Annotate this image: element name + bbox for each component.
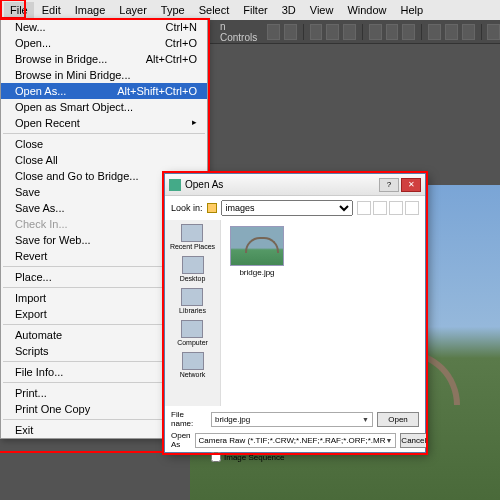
- back-icon[interactable]: [357, 201, 371, 215]
- separator: [481, 24, 482, 40]
- menu-edit[interactable]: Edit: [36, 2, 67, 18]
- place-icon: [181, 224, 203, 242]
- file-list[interactable]: bridge.jpg: [221, 220, 425, 406]
- align-icon[interactable]: [310, 24, 323, 40]
- distribute-icon[interactable]: [487, 24, 500, 40]
- menu-window[interactable]: Window: [341, 2, 392, 18]
- place-icon: [181, 288, 203, 306]
- menu-item[interactable]: Open Recent: [1, 115, 207, 131]
- file-label: bridge.jpg: [239, 268, 274, 277]
- menu-item[interactable]: Close All: [1, 152, 207, 168]
- menu-item[interactable]: Open as Smart Object...: [1, 99, 207, 115]
- place-item[interactable]: Desktop: [180, 256, 206, 282]
- menu-help[interactable]: Help: [395, 2, 430, 18]
- newfolder-icon[interactable]: [389, 201, 403, 215]
- place-item[interactable]: Computer: [177, 320, 208, 346]
- dialog-titlebar: Open As ? ✕: [165, 174, 425, 196]
- filename-field[interactable]: bridge.jpg▼: [211, 412, 373, 427]
- places-bar: Recent PlacesDesktopLibrariesComputerNet…: [165, 220, 221, 406]
- place-icon: [181, 320, 203, 338]
- align-icon[interactable]: [402, 24, 415, 40]
- menu-item[interactable]: New...Ctrl+N: [1, 19, 207, 35]
- distribute-icon[interactable]: [462, 24, 475, 40]
- cancel-button[interactable]: Cancel: [400, 433, 427, 448]
- place-item[interactable]: Recent Places: [170, 224, 215, 250]
- openas-field[interactable]: Camera Raw (*.TIF;*.CRW;*.NEF;*.RAF;*.OR…: [195, 433, 397, 448]
- align-icon[interactable]: [326, 24, 339, 40]
- menu-3d[interactable]: 3D: [276, 2, 302, 18]
- menu-item[interactable]: Browse in Bridge...Alt+Ctrl+O: [1, 51, 207, 67]
- lookin-select[interactable]: images: [221, 200, 353, 216]
- menu-filter[interactable]: Filter: [237, 2, 273, 18]
- openas-label: Open As: [171, 431, 191, 449]
- align-icon[interactable]: [343, 24, 356, 40]
- place-item[interactable]: Network: [180, 352, 206, 378]
- views-icon[interactable]: [405, 201, 419, 215]
- dialog-body: Recent PlacesDesktopLibrariesComputerNet…: [165, 220, 425, 406]
- separator: [303, 24, 304, 40]
- open-button[interactable]: Open: [377, 412, 419, 427]
- file-thumbnail: [230, 226, 284, 266]
- menu-image[interactable]: Image: [69, 2, 112, 18]
- lookin-label: Look in:: [171, 203, 203, 213]
- image-sequence-checkbox[interactable]: [211, 452, 221, 462]
- menubar: File Edit Image Layer Type Select Filter…: [0, 0, 500, 20]
- menu-item[interactable]: Open...Ctrl+O: [1, 35, 207, 51]
- place-icon: [182, 256, 204, 274]
- menu-select[interactable]: Select: [193, 2, 236, 18]
- image-sequence-label: Image Sequence: [224, 453, 285, 462]
- dialog-title: Open As: [185, 179, 223, 190]
- options-text: n Controls: [220, 21, 257, 43]
- tool-icon[interactable]: [284, 24, 297, 40]
- filename-label: File name:: [171, 410, 207, 428]
- menu-type[interactable]: Type: [155, 2, 191, 18]
- up-icon[interactable]: [373, 201, 387, 215]
- file-item[interactable]: bridge.jpg: [227, 226, 287, 277]
- align-icon[interactable]: [386, 24, 399, 40]
- dialog-bottom: File name: bridge.jpg▼ Open Open As Came…: [165, 406, 425, 466]
- separator: [362, 24, 363, 40]
- align-icon[interactable]: [369, 24, 382, 40]
- menu-view[interactable]: View: [304, 2, 340, 18]
- close-button[interactable]: ✕: [401, 178, 421, 192]
- menu-separator: [3, 133, 205, 134]
- menu-file[interactable]: File: [4, 2, 34, 18]
- place-item[interactable]: Libraries: [179, 288, 206, 314]
- menu-layer[interactable]: Layer: [113, 2, 153, 18]
- separator: [421, 24, 422, 40]
- distribute-icon[interactable]: [445, 24, 458, 40]
- app-icon: [169, 179, 181, 191]
- menu-item[interactable]: Browse in Mini Bridge...: [1, 67, 207, 83]
- place-icon: [182, 352, 204, 370]
- menu-item[interactable]: Open As...Alt+Shift+Ctrl+O: [1, 83, 207, 99]
- lookin-row: Look in: images: [165, 196, 425, 220]
- distribute-icon[interactable]: [428, 24, 441, 40]
- folder-icon: [207, 203, 217, 213]
- open-as-dialog: Open As ? ✕ Look in: images Recent Place…: [164, 173, 426, 453]
- menu-item[interactable]: Close: [1, 136, 207, 152]
- tool-icon[interactable]: [267, 24, 280, 40]
- help-button[interactable]: ?: [379, 178, 399, 192]
